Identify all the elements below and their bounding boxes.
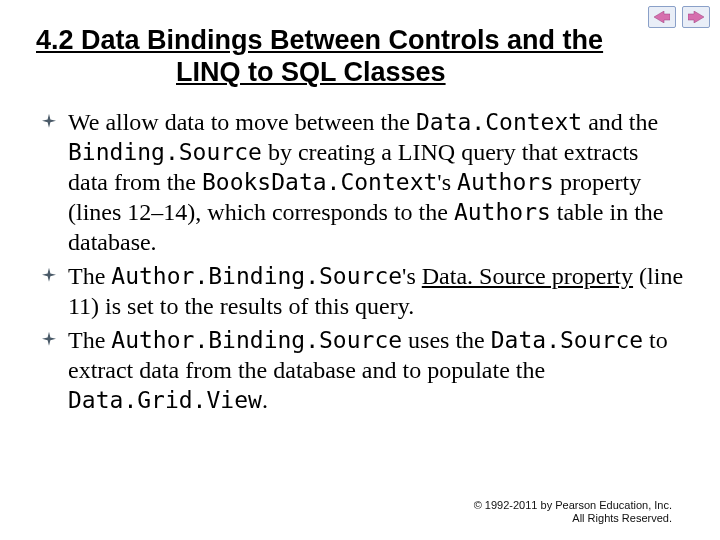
- text: The: [68, 263, 111, 289]
- slide: 4.2 Data Bindings Between Controls and t…: [0, 0, 720, 540]
- code: Author.Binding.Source: [111, 263, 402, 289]
- footer-line-2: All Rights Reserved.: [474, 512, 672, 526]
- arrow-right-icon: [688, 11, 704, 23]
- text: We allow data to move between the: [68, 109, 416, 135]
- code: Authors: [454, 199, 551, 225]
- list-item: The Author.Binding.Source's Data. Source…: [40, 261, 684, 321]
- text: and the: [582, 109, 658, 135]
- slide-title: 4.2 Data Bindings Between Controls and t…: [36, 24, 684, 89]
- code: Binding.Source: [68, 139, 262, 165]
- code: Authors: [457, 169, 554, 195]
- text: 's: [437, 169, 457, 195]
- code: Data.Grid.View: [68, 387, 262, 413]
- text: uses the: [402, 327, 491, 353]
- prev-button[interactable]: [648, 6, 676, 28]
- bullet-list: We allow data to move between the Data.C…: [36, 107, 684, 415]
- list-item: The Author.Binding.Source uses the Data.…: [40, 325, 684, 415]
- svg-marker-1: [688, 11, 704, 23]
- text: 's: [402, 263, 422, 289]
- code: Data.Source: [491, 327, 643, 353]
- copyright-footer: © 1992-2011 by Pearson Education, Inc. A…: [474, 499, 672, 527]
- footer-line-1: © 1992-2011 by Pearson Education, Inc.: [474, 499, 672, 513]
- code: BooksData.Context: [202, 169, 437, 195]
- next-button[interactable]: [682, 6, 710, 28]
- text: The: [68, 327, 111, 353]
- code: Author.Binding.Source: [111, 327, 402, 353]
- title-line-2: LINQ to SQL Classes: [176, 57, 446, 87]
- list-item: We allow data to move between the Data.C…: [40, 107, 684, 257]
- arrow-left-icon: [654, 11, 670, 23]
- nav-controls: [648, 6, 710, 28]
- text: .: [262, 387, 268, 413]
- code: Data.Context: [416, 109, 582, 135]
- svg-marker-0: [654, 11, 670, 23]
- datasource-property-link[interactable]: Data. Source property: [422, 263, 633, 289]
- title-line-1: 4.2 Data Bindings Between Controls and t…: [36, 25, 603, 55]
